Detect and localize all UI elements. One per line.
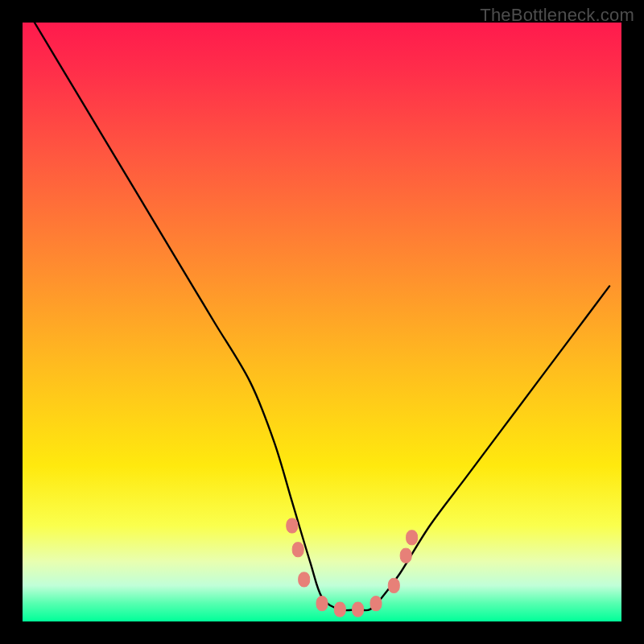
bottleneck-curve-svg: [23, 23, 621, 621]
curve-marker: [370, 597, 382, 611]
bottleneck-curve-path: [35, 23, 609, 610]
curve-marker: [299, 572, 310, 587]
curve-markers: [287, 518, 418, 617]
chart-frame: TheBottleneck.com: [0, 0, 644, 644]
curve-marker: [388, 578, 399, 592]
curve-marker: [407, 530, 418, 545]
curve-marker: [287, 518, 298, 533]
curve-marker: [353, 602, 364, 617]
curve-marker: [334, 602, 345, 617]
plot-area: [23, 23, 621, 621]
curve-marker: [292, 543, 303, 557]
curve-marker: [316, 597, 328, 611]
curve-marker: [400, 548, 411, 563]
